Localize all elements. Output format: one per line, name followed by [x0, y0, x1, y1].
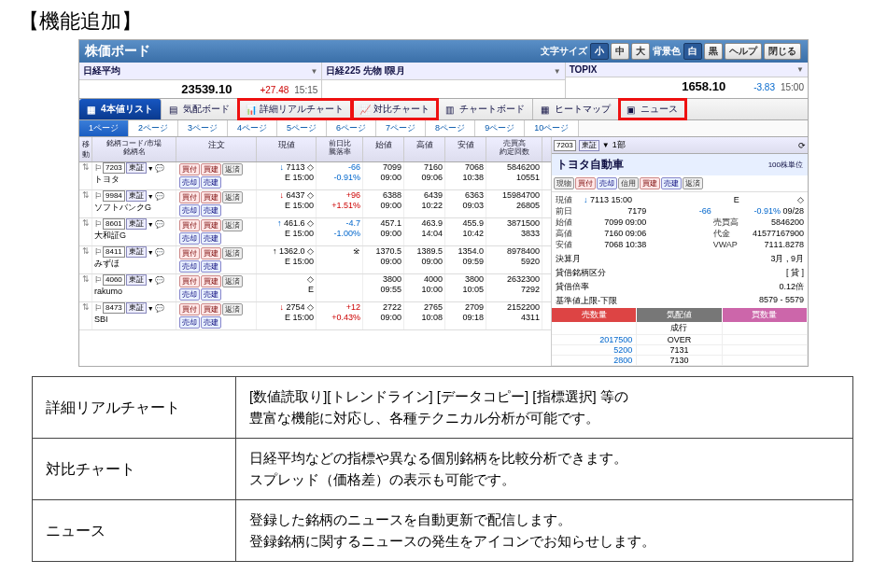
order-sell[interactable]: 売却 [179, 204, 200, 217]
page-8[interactable]: 8ページ [426, 120, 475, 136]
order-tsell[interactable]: 売建 [661, 177, 682, 189]
move-handle[interactable]: ⇅ [79, 302, 92, 329]
index-name[interactable]: 日経平均▼ [79, 63, 321, 80]
tab-detailed-chart[interactable]: 📊詳細リアルチャート [238, 99, 352, 119]
comment-icon[interactable]: 💬 [155, 275, 164, 286]
page-9[interactable]: 9ページ [475, 120, 525, 136]
move-handle[interactable]: ⇅ [79, 274, 92, 301]
order-repay[interactable]: 返済 [222, 275, 243, 287]
move-handle[interactable]: ⇅ [79, 218, 92, 245]
comment-icon[interactable]: 💬 [155, 247, 164, 258]
order-tbuy[interactable]: 買建 [640, 177, 660, 189]
chevron-down-icon[interactable]: ▼ [796, 65, 804, 74]
order-tbuy[interactable]: 買建 [201, 163, 221, 175]
comment-icon[interactable]: 💬 [155, 219, 164, 230]
comment-icon[interactable]: 💬 [155, 303, 164, 314]
order-tsell[interactable]: 売建 [201, 288, 221, 301]
tab-news[interactable]: ▣ニュース [619, 99, 686, 119]
order-repay[interactable]: 返済 [222, 191, 243, 203]
flag-icon[interactable]: ⚐ [94, 163, 102, 174]
page-4[interactable]: 4ページ [228, 120, 277, 136]
order-tsell[interactable]: 売建 [201, 232, 221, 245]
font-small-button[interactable]: 小 [590, 43, 609, 60]
chevron-down-icon[interactable]: ▼ [148, 247, 154, 258]
flag-icon[interactable]: ⚐ [94, 303, 102, 314]
order-buy[interactable]: 買付 [575, 177, 596, 189]
comment-icon[interactable]: 💬 [155, 163, 164, 174]
tab-heatmap[interactable]: ▦ヒートマップ [533, 99, 619, 119]
page-5[interactable]: 5ページ [277, 120, 327, 136]
close-button[interactable]: 閉じる [764, 43, 801, 60]
order-tsell[interactable]: 売建 [201, 176, 221, 189]
chevron-down-icon[interactable]: ▼ [554, 67, 561, 76]
order-spot[interactable]: 現物 [554, 177, 574, 189]
buy-qty [723, 322, 808, 335]
market-tag: 東証 [126, 190, 147, 202]
order-tsell[interactable]: 売建 [201, 316, 221, 329]
order-buy[interactable]: 買付 [179, 163, 200, 175]
page-2[interactable]: 2ページ [129, 120, 178, 136]
chevron-down-icon[interactable]: ▼ [148, 275, 154, 286]
page-1[interactable]: 1ページ [79, 120, 129, 136]
page-6[interactable]: 6ページ [327, 120, 376, 136]
order-buy[interactable]: 買付 [179, 275, 200, 287]
order-repay[interactable]: 返済 [222, 247, 243, 259]
order-margin[interactable]: 信用 [618, 177, 639, 189]
order-sell[interactable]: 売却 [179, 232, 200, 245]
bg-black-button[interactable]: 黒 [704, 43, 723, 60]
font-mid-button[interactable]: 中 [611, 43, 629, 60]
col-high: 高値 [404, 137, 445, 161]
chevron-down-icon[interactable]: ▼ [148, 191, 154, 202]
chevron-down-icon[interactable]: ▼ [310, 67, 317, 76]
order-tsell[interactable]: 売建 [201, 204, 221, 217]
order-tbuy[interactable]: 買建 [201, 275, 221, 287]
table-row: ⇅ ⚐8411東証▼💬 みずほ 買付 買建 返済 売却 売建 ↑ 1362.0 … [79, 246, 551, 274]
order-tsell[interactable]: 売建 [201, 260, 221, 273]
flag-icon[interactable]: ⚐ [94, 191, 102, 202]
help-button[interactable]: ヘルプ [725, 43, 762, 60]
order-buy[interactable]: 買付 [179, 303, 200, 315]
chevron-down-icon[interactable]: ▼ [148, 219, 154, 230]
tab-chart-board[interactable]: ▥チャートボード [438, 99, 533, 119]
order-repay[interactable]: 返済 [222, 219, 243, 231]
page-10[interactable]: 10ページ [525, 120, 579, 136]
order-sell[interactable]: 売却 [179, 288, 200, 301]
order-buy[interactable]: 買付 [179, 219, 200, 231]
col-open: 始値 [363, 137, 404, 161]
flag-icon[interactable]: ⚐ [94, 219, 102, 230]
move-handle[interactable]: ⇅ [79, 190, 92, 217]
order-tbuy[interactable]: 買建 [201, 247, 221, 259]
index-name[interactable]: 日経225 先物 I限月▼ [322, 63, 564, 80]
flag-icon[interactable]: ⚐ [94, 247, 102, 258]
chevron-down-icon[interactable]: ▼ [148, 303, 154, 314]
stock-name: ソフトバンクG [94, 203, 174, 213]
chevron-down-icon[interactable]: ▼ [602, 141, 610, 149]
order-sell[interactable]: 売却 [179, 316, 200, 329]
tab-quote-board[interactable]: ▤気配ボード [162, 99, 238, 119]
order-repay[interactable]: 返済 [222, 163, 243, 175]
chevron-down-icon[interactable]: ▼ [148, 163, 154, 174]
page-7[interactable]: 7ページ [376, 120, 426, 136]
order-buy[interactable]: 買付 [179, 191, 200, 203]
order-tbuy[interactable]: 買建 [201, 219, 221, 231]
tab-compare-chart[interactable]: 📈対比チャート [352, 99, 438, 119]
order-buy[interactable]: 買付 [179, 247, 200, 259]
index-name[interactable]: TOPIX▼ [566, 63, 808, 77]
refresh-icon[interactable]: ⟳ [798, 141, 806, 150]
tab-4value-list[interactable]: ▦4本値リスト [79, 99, 162, 119]
order-sell[interactable]: 売却 [179, 176, 200, 189]
page-3[interactable]: 3ページ [178, 120, 228, 136]
order-sell[interactable]: 売却 [179, 260, 200, 273]
order-repay[interactable]: 返済 [222, 303, 243, 315]
bg-white-button[interactable]: 白 [683, 43, 702, 60]
font-large-button[interactable]: 大 [631, 43, 650, 60]
detail-code: 7203 [554, 140, 576, 151]
order-tbuy[interactable]: 買建 [201, 303, 221, 315]
comment-icon[interactable]: 💬 [155, 191, 164, 202]
order-tbuy[interactable]: 買建 [201, 191, 221, 203]
flag-icon[interactable]: ⚐ [94, 275, 102, 286]
order-repay[interactable]: 返済 [683, 177, 703, 189]
order-sell[interactable]: 売却 [597, 177, 617, 189]
move-handle[interactable]: ⇅ [79, 246, 92, 273]
move-handle[interactable]: ⇅ [79, 162, 92, 189]
